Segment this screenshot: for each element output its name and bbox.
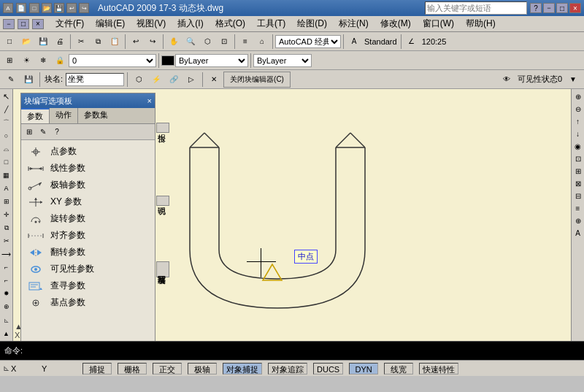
draw-line-tool[interactable]: ╱ (1, 104, 12, 115)
bp-item-rotation[interactable]: 旋转参数 (23, 210, 153, 227)
lineweight-select[interactable]: ByLayer (253, 54, 312, 67)
tab-actions[interactable]: 动作 (50, 108, 78, 123)
color-swatch[interactable] (161, 55, 174, 66)
hatch-tool[interactable]: ▦ (1, 169, 12, 181)
rectangle-tool[interactable]: □ (1, 156, 12, 168)
constraint-icon[interactable]: 🔗 (166, 72, 182, 88)
param-icon[interactable]: ⬡ (131, 72, 147, 88)
arc-tool[interactable]: ⌓ (1, 143, 12, 155)
test-block-btn[interactable]: ▷ (183, 72, 199, 88)
close-editor-btn[interactable]: 关闭块编辑器(C) (223, 72, 291, 88)
bp-item-flip[interactable]: 翻转参数 (23, 244, 153, 261)
chamfer-tool[interactable]: ⌐ (1, 274, 12, 286)
open-btn[interactable]: 📂 (18, 34, 34, 50)
bp-tool-3[interactable]: ? (50, 126, 64, 139)
rt-btn-4[interactable]: ↓ (572, 128, 584, 139)
new-icon[interactable]: □ (29, 3, 39, 13)
rt-btn-7[interactable]: ⊞ (572, 165, 584, 177)
canvas-area[interactable]: 块编写选项板 × 参数 动作 参数集 ⊞ ✎ ? 点参 (13, 89, 571, 341)
bp-item-polar[interactable]: 极轴参数 (23, 177, 153, 193)
side-label-report[interactable]: 报告 (156, 123, 169, 133)
tab-params[interactable]: 参数 (21, 108, 50, 123)
bp-item-point[interactable]: 点参数 (23, 143, 153, 160)
visibility-dropdown[interactable]: ▼ (565, 72, 581, 88)
rt-btn-10[interactable]: ≡ (572, 202, 584, 214)
plot-btn[interactable]: 🖨 (52, 34, 68, 50)
cut-btn[interactable]: ✂ (73, 34, 89, 50)
close-editor-icon[interactable]: ✕ (206, 72, 222, 88)
block-panel-close[interactable]: × (147, 96, 152, 105)
zoom-ext-btn[interactable]: ⊡ (216, 34, 232, 50)
inner-minimize-button[interactable]: － (3, 19, 15, 29)
snap-btn[interactable]: 捕捉 (82, 363, 112, 374)
menu-file[interactable]: 文件(F) (50, 16, 90, 31)
workspace-select[interactable]: AutoCAD 经典 (275, 35, 341, 48)
layer-select[interactable]: 0 (69, 54, 156, 67)
action-icon[interactable]: ⚡ (148, 72, 164, 88)
menu-edit[interactable]: 编辑(E) (90, 16, 131, 31)
fillet-tool[interactable]: ⌐ (1, 261, 12, 273)
redo-icon[interactable]: ↪ (79, 3, 89, 13)
menu-draw[interactable]: 绘图(D) (291, 16, 333, 31)
qp-btn[interactable]: 快速特性 (419, 363, 458, 374)
rt-btn-6[interactable]: ⊡ (572, 153, 584, 164)
redo-btn[interactable]: ↪ (145, 34, 161, 50)
rt-btn-5[interactable]: ◉ (572, 140, 584, 152)
otrack-btn[interactable]: 对象追踪 (268, 363, 307, 374)
menu-insert[interactable]: 插入(I) (172, 16, 209, 31)
select-tool[interactable]: ↖ (1, 91, 12, 102)
open-icon[interactable]: 📂 (42, 3, 52, 13)
menu-window[interactable]: 窗口(W) (417, 16, 460, 31)
menu-tools[interactable]: 工具(T) (251, 16, 291, 31)
bp-item-alignment[interactable]: 对齐参数 (23, 227, 153, 244)
block-save-btn[interactable]: 💾 (20, 72, 36, 88)
bp-tool-1[interactable]: ⊞ (23, 126, 36, 139)
layer-off-btn[interactable]: ☀ (18, 53, 34, 69)
lw-btn[interactable]: 线宽 (384, 363, 413, 374)
tab-sets[interactable]: 参数集 (78, 108, 114, 123)
block-edit-icon[interactable]: ✎ (3, 72, 19, 88)
match-btn[interactable]: ⌂ (254, 34, 270, 50)
polyline-tool[interactable]: ⌒ (1, 117, 12, 128)
extend-tool[interactable]: ⟶ (1, 248, 12, 260)
minimize-button[interactable]: － (543, 3, 555, 13)
zoom-btn[interactable]: 🔍 (182, 34, 199, 50)
pan-btn[interactable]: ✋ (166, 34, 182, 50)
rt-btn-8[interactable]: ⊠ (572, 177, 584, 189)
bp-item-lookup[interactable]: 查寻参数 (23, 277, 153, 294)
inner-close-button[interactable]: × (32, 19, 44, 29)
properties-btn[interactable]: ≡ (237, 34, 253, 50)
bp-tool-2[interactable]: ✎ (36, 126, 50, 139)
layer-lock-btn[interactable]: 🔒 (52, 53, 68, 69)
side-label-editor[interactable]: 器写块编写 (156, 261, 169, 277)
help-icon[interactable]: ? (530, 3, 542, 13)
copy-btn[interactable]: ⧉ (90, 34, 106, 50)
paste-btn[interactable]: 📋 (107, 34, 123, 50)
menu-annotate[interactable]: 标注(N) (333, 16, 374, 31)
save-icon[interactable]: 💾 (54, 3, 64, 13)
block-name-input[interactable] (66, 73, 124, 86)
standard-btn[interactable]: A (346, 34, 362, 50)
grid-btn[interactable]: 栅格 (118, 363, 147, 374)
circle-tool[interactable]: ○ (1, 130, 12, 142)
inner-maximize-button[interactable]: □ (18, 19, 29, 29)
rt-btn-3[interactable]: ↑ (572, 115, 584, 127)
new-btn[interactable]: □ (1, 34, 18, 50)
save-btn[interactable]: 💾 (35, 34, 51, 50)
rt-btn-9[interactable]: ⊟ (572, 190, 584, 201)
block-tool[interactable]: ⊞ (1, 196, 12, 207)
ortho-btn[interactable]: 正交 (153, 363, 182, 374)
snap-tool[interactable]: ⊕ (1, 301, 12, 312)
menu-help[interactable]: 帮助(H) (460, 16, 502, 31)
ducs-btn[interactable]: DUCS (313, 363, 343, 374)
visibility-icon[interactable]: 👁 (499, 72, 515, 88)
undo-icon[interactable]: ↩ (66, 3, 77, 13)
menu-view[interactable]: 视图(V) (131, 16, 172, 31)
bp-item-basepoint[interactable]: 基点参数 (23, 294, 153, 311)
bp-item-linear[interactable]: 线性参数 (23, 160, 153, 177)
side-label-description[interactable]: 说明 (156, 196, 169, 206)
rt-btn-11[interactable]: ⊕ (572, 215, 584, 226)
copy-tool[interactable]: ⧉ (1, 222, 12, 234)
explode-tool[interactable]: ✸ (1, 288, 12, 299)
linetype-select[interactable]: ByLayer (175, 54, 248, 67)
